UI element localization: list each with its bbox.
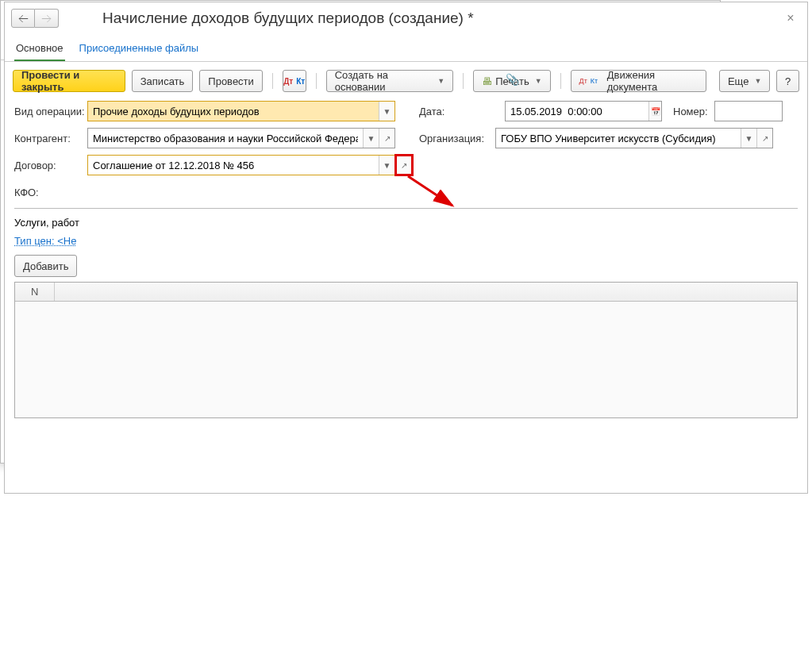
more-label: Еще <box>728 75 749 87</box>
create-based-label: Создать на основании <box>335 69 433 93</box>
more-button[interactable]: Еще▼ <box>719 70 770 92</box>
debit-credit-button[interactable]: ДтКт <box>283 70 306 92</box>
movements-label: Движения документа <box>607 69 698 93</box>
save-button[interactable]: Записать <box>132 70 194 92</box>
divider <box>560 73 561 89</box>
post-button[interactable]: Провести <box>199 70 263 92</box>
grid-col-n: N <box>15 283 55 301</box>
close-icon[interactable]: × <box>783 11 798 25</box>
tab-main[interactable]: Основное <box>14 38 65 61</box>
help-button[interactable]: ? <box>776 70 799 92</box>
counterparty-label: Контрагент: <box>14 133 87 144</box>
dropdown-icon[interactable]: ▼ <box>379 102 394 121</box>
contract-open-highlight[interactable]: ↗ <box>394 154 414 176</box>
number-field[interactable] <box>714 101 783 121</box>
nav-back-button[interactable]: 🡠 <box>11 9 35 28</box>
org-field[interactable]: ▼ ↗ <box>495 128 773 148</box>
post-close-button[interactable]: Провести и закрыть <box>13 70 125 92</box>
main-window: 🡠 🡢 Начисление доходов будущих периодов … <box>4 2 808 494</box>
kfo-label: КФО: <box>14 187 87 198</box>
divider <box>272 73 273 89</box>
nav-forward-button[interactable]: 🡢 <box>35 9 59 28</box>
main-titlebar: 🡠 🡢 Начисление доходов будущих периодов … <box>5 2 807 34</box>
op-type-label: Вид операции: <box>14 106 87 117</box>
op-type-input[interactable] <box>88 102 379 121</box>
main-tabs: Основное Присоединенные файлы <box>5 34 807 62</box>
contract-field[interactable]: ▼ <box>87 155 395 175</box>
date-input[interactable] <box>506 102 648 121</box>
add-button[interactable]: Добавить <box>14 255 77 277</box>
main-form: Вид операции: ▼ Дата: 📅 Номер: Контраген… <box>5 100 807 203</box>
main-toolbar: Провести и закрыть Записать Провести ДтК… <box>5 62 807 100</box>
dropdown-icon[interactable]: ▼ <box>379 156 394 175</box>
op-type-field[interactable]: ▼ <box>87 101 395 121</box>
calendar-icon[interactable]: 📅 <box>648 102 661 121</box>
org-label: Организация: <box>419 133 495 144</box>
org-input[interactable] <box>496 129 741 148</box>
open-icon[interactable]: ↗ <box>379 129 394 148</box>
create-based-button[interactable]: Создать на основании▼ <box>326 70 454 92</box>
open-icon[interactable]: ↗ <box>756 129 772 148</box>
print-icon: 🖶 <box>482 75 492 87</box>
dropdown-icon[interactable]: ▼ <box>741 129 756 148</box>
open-icon[interactable]: ↗ <box>397 156 411 174</box>
divider <box>316 73 317 89</box>
number-input[interactable] <box>715 102 812 121</box>
tab-files[interactable]: Присоединенные файлы <box>78 38 201 61</box>
contract-label: Договор: <box>14 160 87 171</box>
services-tab-label: Услуги, работ <box>14 214 798 232</box>
movements-button[interactable]: ДтКт Движения документа <box>571 70 706 92</box>
price-type-link[interactable]: Тип цен: <Не <box>14 235 76 247</box>
contract-input[interactable] <box>88 156 379 175</box>
paperclip-icon: 📎 <box>506 73 519 86</box>
dropdown-icon[interactable]: ▼ <box>363 129 379 148</box>
date-label: Дата: <box>419 106 459 117</box>
number-label: Номер: <box>673 106 708 117</box>
date-field[interactable]: 📅 <box>505 101 662 121</box>
divider <box>463 73 464 89</box>
counterparty-field[interactable]: ▼ ↗ <box>87 128 395 148</box>
main-window-title: Начисление доходов будущих периодов (соз… <box>102 10 474 27</box>
grid-table: N <box>14 282 798 418</box>
counterparty-input[interactable] <box>88 129 363 148</box>
